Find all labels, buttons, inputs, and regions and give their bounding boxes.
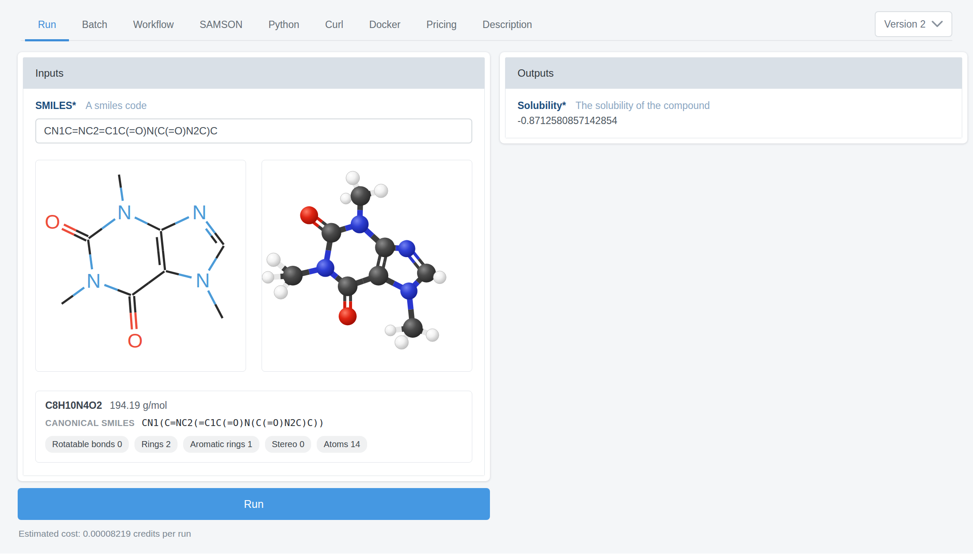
svg-text:O: O (45, 211, 60, 233)
smiles-label: SMILES* (35, 100, 76, 112)
run-button[interactable]: Run (18, 488, 490, 520)
molecule-badge: Aromatic rings 1 (183, 436, 259, 453)
tab-workflow[interactable]: Workflow (120, 13, 187, 40)
svg-text:O: O (128, 330, 143, 352)
estimated-cost: Estimated cost: 0.00008219 credits per r… (19, 529, 973, 539)
tab-description[interactable]: Description (470, 13, 545, 40)
solubility-field-row: Solubility* The solubility of the compou… (518, 100, 950, 112)
tab-docker[interactable]: Docker (356, 13, 414, 40)
tab-run[interactable]: Run (25, 13, 69, 40)
svg-text:N: N (117, 202, 131, 224)
inputs-panel: Inputs SMILES* A smiles code NONONN (23, 57, 485, 476)
smiles-input[interactable] (35, 118, 472, 143)
molecule-3d-box[interactable] (262, 160, 472, 372)
canonical-smiles-value: CN1(C=NC2(=C1C(=O)N(C(=O)N2C)C)) (142, 417, 324, 428)
inputs-card: Inputs SMILES* A smiles code NONONN (18, 52, 490, 481)
canonical-smiles-row: CANONICAL SMILES CN1(C=NC2(=C1C(=O)N(C(=… (45, 417, 462, 428)
version-select[interactable]: Version 2 (875, 11, 952, 37)
solubility-hint: The solubility of the compound (575, 100, 710, 112)
tab-python[interactable]: Python (256, 13, 312, 40)
canonical-smiles-label: CANONICAL SMILES (45, 418, 135, 428)
outputs-card: Outputs Solubility* The solubility of th… (500, 52, 967, 143)
smiles-field-row: SMILES* A smiles code (35, 100, 472, 112)
tab-list: RunBatchWorkflowSAMSONPythonCurlDockerPr… (21, 0, 952, 41)
inputs-panel-header: Inputs (23, 58, 484, 89)
app-page: RunBatchWorkflowSAMSONPythonCurlDockerPr… (0, 0, 973, 554)
svg-text:N: N (196, 270, 210, 292)
molecule-badges: Rotatable bonds 0Rings 2Aromatic rings 1… (45, 436, 462, 453)
molecular-weight: 194.19 g/mol (110, 400, 167, 411)
molecule-2d-box: NONONN (35, 160, 246, 372)
inputs-panel-body: SMILES* A smiles code NONONN (23, 89, 484, 476)
tab-batch[interactable]: Batch (69, 13, 120, 40)
top-tab-bar: RunBatchWorkflowSAMSONPythonCurlDockerPr… (0, 0, 973, 41)
version-select-label: Version 2 (884, 19, 926, 30)
molecular-formula: C8H10N4O2 (45, 400, 102, 411)
solubility-label: Solubility* (518, 100, 566, 112)
molecule-badge: Rings 2 (134, 436, 178, 453)
tab-pricing[interactable]: Pricing (414, 13, 470, 40)
tab-samson[interactable]: SAMSON (187, 13, 256, 40)
molecule-badge: Atoms 14 (317, 436, 367, 453)
molecule-info-box: C8H10N4O2 194.19 g/mol CANONICAL SMILES … (35, 391, 472, 463)
smiles-hint: A smiles code (86, 100, 147, 112)
molecule-badge: Rotatable bonds 0 (45, 436, 129, 453)
molecule-badge: Stereo 0 (265, 436, 312, 453)
tab-curl[interactable]: Curl (312, 13, 356, 40)
chevron-down-icon (932, 21, 943, 28)
cards-row: Inputs SMILES* A smiles code NONONN (18, 52, 967, 481)
molecule-2d-structure: NONONN (36, 160, 246, 371)
outputs-panel-header: Outputs (505, 58, 962, 89)
solubility-value: -0.8712580857142854 (518, 115, 950, 127)
molecule-previews: NONONN (35, 160, 472, 372)
svg-text:N: N (192, 202, 206, 224)
outputs-panel-body: Solubility* The solubility of the compou… (505, 89, 962, 138)
formula-row: C8H10N4O2 194.19 g/mol (45, 400, 462, 411)
outputs-panel: Outputs Solubility* The solubility of th… (505, 57, 962, 138)
svg-text:N: N (87, 270, 101, 292)
molecule-3d-model[interactable] (262, 160, 472, 371)
